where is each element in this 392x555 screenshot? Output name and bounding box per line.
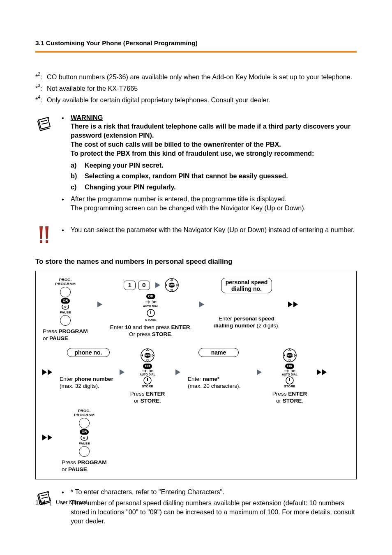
exclamation-icon [35, 226, 54, 249]
svg-marker-9 [171, 279, 173, 281]
svg-marker-27 [288, 349, 291, 351]
svg-point-5 [65, 306, 66, 308]
page-footer: 184 User Manual [35, 498, 88, 506]
svg-rect-23 [147, 378, 148, 381]
svg-line-2 [42, 123, 48, 124]
svg-marker-30 [294, 354, 296, 357]
svg-point-33 [83, 437, 85, 439]
svg-marker-29 [284, 354, 285, 357]
svg-rect-3 [40, 240, 42, 243]
svg-line-35 [41, 495, 47, 496]
svg-point-34 [48, 491, 49, 493]
svg-rect-32 [289, 378, 290, 381]
svg-marker-21 [152, 354, 154, 357]
svg-marker-18 [146, 349, 149, 351]
svg-marker-19 [146, 360, 149, 362]
svg-text:ENTER: ENTER [144, 354, 151, 357]
svg-line-1 [41, 120, 47, 122]
bottom-note: •* To enter characters, refer to "Enteri… [35, 488, 357, 527]
svg-marker-11 [166, 284, 167, 286]
tip-block: • You can select the parameter with the … [35, 226, 357, 249]
svg-marker-20 [141, 354, 143, 357]
flow-diagram: PROG. PROGRAM OR PAUSE Press PROGRAM or … [35, 271, 357, 479]
footnotes: *2: CO button numbers (25-36) are availa… [35, 71, 357, 106]
svg-text:ENTER: ENTER [286, 354, 293, 357]
svg-rect-4 [46, 240, 48, 243]
svg-point-0 [48, 117, 49, 119]
warning-block: • WARNING There is a risk that fraudulen… [35, 113, 357, 214]
section-header: 3.1 Customising Your Phone (Personal Pro… [35, 39, 357, 47]
svg-marker-28 [288, 360, 291, 362]
subheading: To store the names and numbers in person… [35, 258, 357, 266]
header-rule [35, 51, 357, 53]
note-icon [35, 113, 54, 134]
svg-rect-14 [150, 311, 151, 314]
svg-text:ENTER: ENTER [168, 284, 175, 286]
svg-marker-10 [171, 290, 173, 291]
svg-marker-12 [176, 284, 178, 286]
